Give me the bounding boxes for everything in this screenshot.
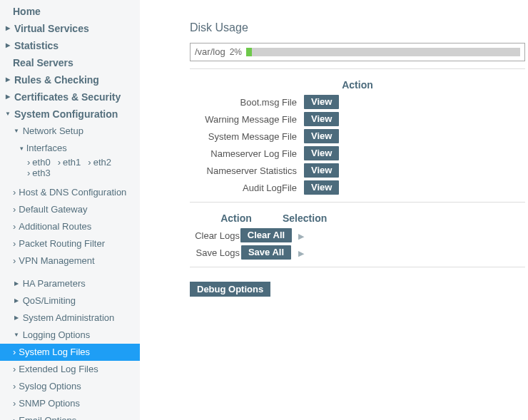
expand-selection-icon[interactable]: [298, 249, 304, 257]
expand-selection-icon[interactable]: [298, 232, 304, 240]
main-content: Disk Usage /var/log 2% Action Boot.msg F…: [140, 0, 528, 420]
nav-eth3[interactable]: eth3: [27, 168, 51, 178]
nav-email-label: Email Options: [19, 414, 76, 420]
nav-home[interactable]: Home: [0, 3, 140, 20]
nav-host-dns[interactable]: Host & DNS Configuration: [0, 184, 140, 201]
bulk-row: Clear Logs Clear All: [190, 228, 525, 242]
nav-syslog-label: System Log Files: [19, 345, 90, 359]
nav-qos-label: QoS/Limiting: [23, 294, 76, 308]
nav-vpn[interactable]: VPN Management: [0, 252, 140, 270]
log-actions-block: Action Boot.msg FileView Warning Message…: [190, 79, 525, 195]
nav-virtual-label: Virtual Services: [14, 21, 89, 36]
disk-usage-title: Disk Usage: [190, 21, 525, 34]
view-button[interactable]: View: [304, 163, 339, 178]
log-row: Warning Message FileView: [190, 112, 525, 126]
disk-bar: [246, 48, 520, 56]
save-all-button[interactable]: Save All: [241, 245, 291, 260]
bulk-row: Save Logs Save All: [190, 245, 525, 260]
log-label: Nameserver Statistics: [190, 165, 297, 176]
nav-default-gateway[interactable]: Default Gateway: [0, 201, 140, 218]
chevron-down-icon: [4, 107, 11, 121]
nav-logging-label: Logging Options: [23, 328, 91, 342]
nav-extlog-label: Extended Log Files: [19, 362, 98, 377]
nav-home-label: Home: [13, 4, 41, 19]
nav-extended-log-files[interactable]: Extended Log Files: [0, 361, 140, 378]
divider: [190, 68, 525, 69]
save-logs-label: Save Logs: [190, 247, 240, 258]
nav-sysconf-label: System Configuration: [14, 107, 118, 121]
clear-logs-label: Clear Logs: [190, 230, 240, 241]
nav-ha-label: HA Parameters: [23, 277, 86, 291]
chevron-down-icon: [13, 124, 20, 138]
nav-eth0[interactable]: eth0: [27, 157, 51, 168]
chevron-right-icon: [13, 311, 20, 325]
nav-certs[interactable]: Certificates & Security: [0, 88, 140, 106]
nav-rules[interactable]: Rules & Checking: [0, 71, 140, 88]
nav-snmp-options[interactable]: SNMP Options: [0, 395, 140, 412]
log-label: Nameserver Log File: [190, 148, 297, 159]
nav-statistics[interactable]: Statistics: [0, 37, 140, 54]
view-button[interactable]: View: [304, 95, 339, 109]
chevron-right-icon: [13, 277, 20, 291]
chevron-right-icon: [4, 39, 11, 53]
nav-interfaces-label: Interfaces: [26, 141, 67, 155]
nav-netsetup-label: Network Setup: [23, 124, 83, 138]
sidebar: Home Virtual Services Statistics Real Se…: [0, 0, 140, 420]
nav-sysadmin-label: System Administration: [23, 311, 115, 325]
log-label: Warning Message File: [190, 114, 297, 125]
debug-options-button[interactable]: Debug Options: [190, 282, 270, 297]
chevron-right-icon: [4, 90, 11, 104]
log-row: Boot.msg FileView: [190, 95, 525, 109]
nav-vpn-label: VPN Management: [19, 254, 94, 268]
log-row: Audit LogFileView: [190, 180, 525, 195]
nav-real-label: Real Servers: [13, 56, 73, 70]
nav-syslogopt-label: Syslog Options: [19, 379, 81, 394]
nav-gateway-label: Default Gateway: [19, 203, 87, 217]
divider: [190, 202, 525, 203]
divider: [190, 267, 525, 267]
log-label: Boot.msg File: [190, 97, 297, 108]
nav-logging[interactable]: Logging Options: [0, 327, 140, 344]
nav-virtual-services[interactable]: Virtual Services: [0, 20, 140, 37]
log-label: System Message File: [190, 131, 297, 142]
nav-rules-label: Rules & Checking: [14, 73, 99, 87]
disk-path: /var/log: [195, 46, 225, 57]
nav-network-setup[interactable]: Network Setup: [0, 123, 140, 140]
nav-system-configuration[interactable]: System Configuration: [0, 106, 140, 123]
chevron-down-icon: [13, 328, 20, 342]
nav-real-servers[interactable]: Real Servers: [0, 54, 140, 71]
nav-syslog-options[interactable]: Syslog Options: [0, 378, 140, 395]
nav-sysadmin[interactable]: System Administration: [0, 309, 140, 327]
bulk-selection-header: Selection: [283, 212, 327, 224]
clear-all-button[interactable]: Clear All: [240, 228, 292, 242]
chevron-right-icon: [4, 73, 11, 87]
bulk-actions-block: Action Selection Clear Logs Clear All Sa…: [190, 212, 525, 260]
view-button[interactable]: View: [304, 112, 339, 126]
nav-additional-routes[interactable]: Additional Routes: [0, 218, 140, 235]
chevron-right-icon: [13, 294, 20, 308]
view-button[interactable]: View: [304, 129, 339, 143]
view-button[interactable]: View: [304, 146, 339, 160]
nav-hostdns-label: Host & DNS Configuration: [19, 185, 126, 200]
view-button[interactable]: View: [304, 180, 339, 195]
nav-qos[interactable]: QoS/Limiting: [0, 292, 140, 309]
nav-system-log-files[interactable]: System Log Files: [0, 344, 140, 361]
nav-certs-label: Certificates & Security: [14, 90, 121, 104]
nav-filter-label: Packet Routing Filter: [19, 237, 105, 251]
disk-percent: 2%: [230, 47, 242, 57]
bulk-action-header: Action: [190, 212, 283, 224]
nav-eth2[interactable]: eth2: [88, 157, 111, 168]
chevron-right-icon: [4, 21, 11, 36]
bulk-header: Action Selection: [190, 212, 525, 224]
nav-eth1[interactable]: eth1: [58, 157, 81, 168]
nav-interfaces[interactable]: ▾ Interfaces: [0, 140, 140, 157]
nav-stats-label: Statistics: [14, 39, 59, 53]
nav-snmp-label: SNMP Options: [19, 396, 80, 411]
chevron-down-icon: ▾: [20, 141, 24, 155]
nav-email-options[interactable]: Email Options: [0, 412, 140, 420]
log-label: Audit LogFile: [190, 183, 297, 193]
nav-packet-filter[interactable]: Packet Routing Filter: [0, 235, 140, 252]
action-header: Action: [190, 79, 525, 91]
nav-ha[interactable]: HA Parameters: [0, 275, 140, 292]
log-row: Nameserver Log FileView: [190, 146, 525, 160]
